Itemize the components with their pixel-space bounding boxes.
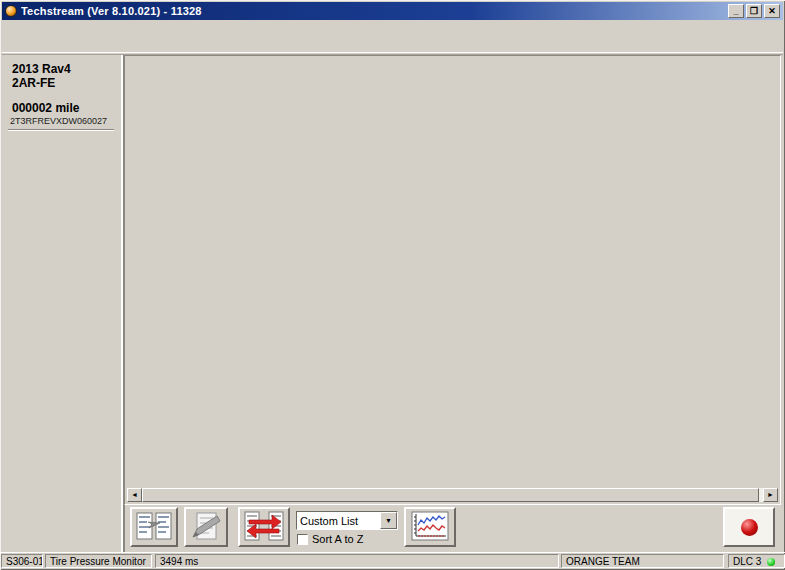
graph-button[interactable] [404,507,456,547]
select-list-button[interactable] [130,507,178,547]
line-graph-icon [411,511,449,544]
record-icon [741,519,758,536]
data-list-panel: ◄ ► [124,55,781,505]
scroll-left-arrow-icon[interactable]: ◄ [127,488,142,502]
status-response-time: 3494 ms [155,554,559,568]
engine-label: 2AR-FE [12,76,55,90]
menu-bar [2,20,783,35]
status-team: ORANGE TEAM [561,554,724,568]
horizontal-scrollbar[interactable]: ◄ ► [127,488,778,502]
right-table-wrap [447,61,776,493]
scrollbar-thumb[interactable] [142,488,759,502]
close-window-button[interactable]: ✕ [764,4,780,18]
odometer-label: 000002 mile [12,101,79,115]
edit-list-button[interactable] [184,507,228,547]
sidebar: 2013 Rav4 2AR-FE 000002 mile 2T3RFREVXDW… [2,55,123,552]
app-icon [5,5,17,17]
status-system: Tire Pressure Monitor [45,554,152,568]
swap-lists-icon [244,510,284,545]
vehicle-model-label: 2013 Rav4 [12,62,71,76]
left-table-wrap [127,61,444,493]
status-screen-id: S306-01 [1,554,43,568]
swap-list-button[interactable] [238,507,290,547]
restore-button[interactable]: ❐ [746,4,762,18]
chevron-down-icon[interactable]: ▼ [380,512,397,529]
tab-bar [3,35,783,52]
record-button[interactable] [723,507,775,547]
status-bar: S306-01 Tire Pressure Monitor 3494 ms OR… [0,552,785,568]
status-connection-label: DLC 3 [733,556,761,567]
dual-list-icon [136,511,172,544]
window-title: Techstream (Ver 8.10.021) - 11328 [21,5,728,17]
list-selector-dropdown[interactable]: Custom List ▼ [296,511,398,530]
dropdown-value: Custom List [297,515,380,527]
vin-label: 2T3RFREVXDW060027 [10,116,107,126]
sort-checkbox[interactable] [297,534,308,545]
sort-checkbox-label: Sort A to Z [312,533,363,545]
scroll-right-arrow-icon[interactable]: ► [763,488,778,502]
minimize-button[interactable]: _ [728,4,744,18]
status-connection: DLC 3 [728,554,785,568]
title-bar: Techstream (Ver 8.10.021) - 11328 _ ❐ ✕ [2,2,783,20]
sort-option: Sort A to Z [297,533,363,545]
green-dot-icon [767,558,775,566]
pencil-document-icon [190,511,222,544]
techstream-window: { "window": { "title": "Techstream (Ver … [0,0,785,570]
window-controls: _ ❐ ✕ [728,4,780,18]
sidebar-divider [8,129,114,131]
